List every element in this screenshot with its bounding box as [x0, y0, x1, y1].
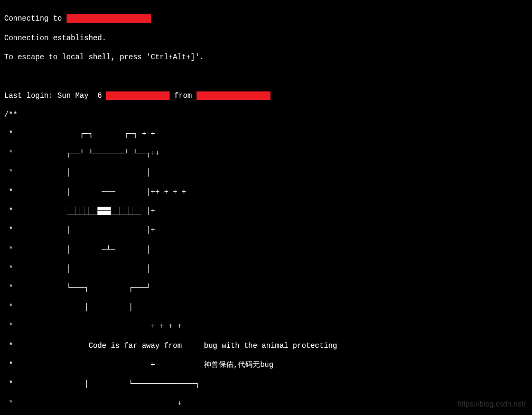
ascii-line: *: [4, 207, 67, 215]
ascii-line: * └───┐ ┌───┘: [4, 283, 528, 292]
terminal-output[interactable]: Connecting to Connection established. To…: [4, 4, 528, 415]
ascii-line: * │ └──────────────┐: [4, 379, 528, 389]
ascii-line: * │ ─┴─ │: [4, 245, 528, 254]
code-blessing-en: * Code is far away from bug with the ani…: [4, 341, 528, 351]
comment-open: /**: [4, 110, 528, 119]
connecting-text: Connecting to: [4, 14, 67, 23]
redacted-from: [197, 91, 270, 100]
ascii-line: * │ │+: [4, 225, 528, 235]
ascii-line: * +: [4, 399, 528, 408]
code-blessing-zh: * + 神兽保佑,代码无bug: [4, 360, 528, 370]
last-login-mid: from: [170, 91, 196, 100]
ascii-line: * │ ─── │++ + + +: [4, 187, 528, 197]
ascii-line: * ┌──┘ ┴───────┘ ┴──┐++: [4, 149, 528, 158]
last-login-pre: Last login: Sun May 6: [4, 91, 106, 100]
ascii-line: * │ │: [4, 264, 528, 273]
connection-established: Connection established.: [4, 33, 528, 43]
ascii-eyes-inverted: ███████───███████: [67, 207, 142, 215]
ascii-line: * ┌─┐ ┌─┐ + +: [4, 129, 528, 139]
redacted-host: [67, 14, 151, 23]
watermark-text: https://blog.csdn.net/: [458, 399, 526, 409]
escape-hint: To escape to local shell, press 'Ctrl+Al…: [4, 52, 528, 62]
redacted-time: [106, 91, 170, 100]
ascii-line: * │ │: [4, 302, 528, 312]
ascii-line: * + + + +: [4, 321, 528, 331]
ascii-line: │+: [142, 207, 155, 215]
ascii-line: * │ │: [4, 168, 528, 177]
